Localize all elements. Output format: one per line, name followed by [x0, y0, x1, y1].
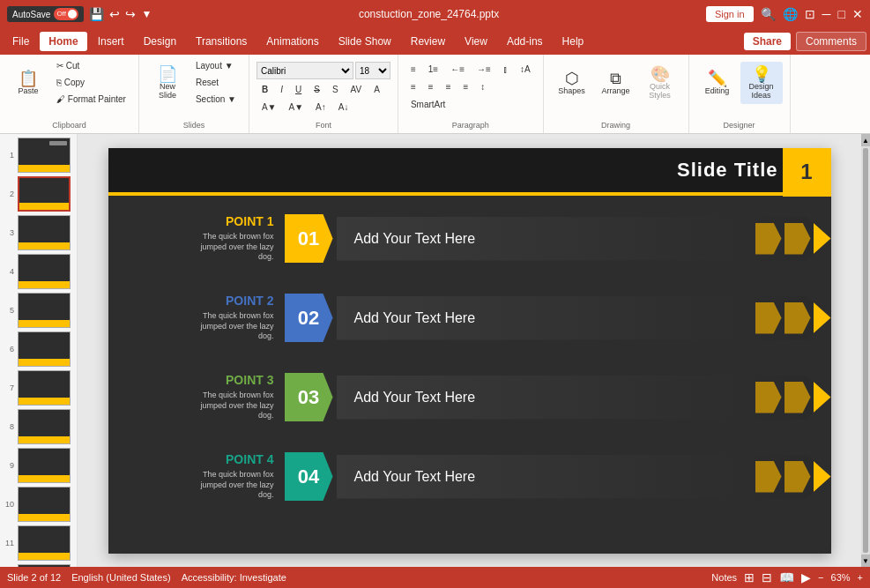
indent-dec-button[interactable]: ←≡ [445, 62, 470, 77]
font-family-select[interactable]: Calibri [257, 62, 353, 79]
slide-thumb-6[interactable]: 6 [4, 331, 73, 367]
point-title-3: POINT 3 [119, 373, 274, 387]
font-row1: Calibri 18 [257, 62, 390, 79]
bullet-list-button[interactable]: ≡ [405, 62, 421, 77]
layout-button[interactable]: Layout ▼ [190, 58, 242, 73]
slide-thumb-10[interactable]: 10 [4, 487, 73, 522]
menu-review[interactable]: Review [402, 32, 454, 51]
slides-group: 📄 New Slide Layout ▼ Reset Section ▼ Sli… [139, 55, 249, 133]
bold-button[interactable]: B [257, 82, 273, 97]
scroll-up-arrow[interactable]: ▲ [861, 134, 870, 146]
editing-button[interactable]: ✏️ Editing [696, 66, 739, 100]
menu-help[interactable]: Help [554, 32, 593, 51]
format-painter-button[interactable]: 🖌 Format Painter [51, 92, 131, 107]
comments-button[interactable]: Comments [796, 32, 866, 51]
customize-icon[interactable]: ▼ [141, 8, 152, 20]
minimize-icon[interactable]: ─ [822, 7, 831, 21]
menu-design[interactable]: Design [135, 32, 185, 51]
restore-icon[interactable]: ⊡ [805, 7, 815, 21]
zoom-in-icon[interactable]: + [858, 572, 863, 583]
autosave-button[interactable]: AutoSave Off [7, 6, 84, 22]
align-left-button[interactable]: ≡ [405, 79, 421, 94]
slide-thumb-5[interactable]: 5 [4, 293, 73, 328]
shapes-label: Shapes [558, 86, 585, 95]
strikethrough-button[interactable]: S [309, 82, 325, 97]
align-center-button[interactable]: ≡ [423, 79, 439, 94]
menu-insert[interactable]: Insert [89, 32, 133, 51]
line-spacing-button[interactable]: ↕ [475, 79, 490, 94]
close-icon[interactable]: ✕ [852, 7, 863, 21]
font-size-up-button[interactable]: A↑ [310, 100, 331, 115]
font-size-down-button[interactable]: A↓ [333, 100, 354, 115]
autosave-toggle[interactable]: Off [54, 8, 78, 20]
shadow-button[interactable]: S [327, 82, 344, 97]
font-row3: A▼ A▼ A↑ A↓ [257, 100, 390, 115]
cut-button[interactable]: ✂ Cut [51, 58, 131, 73]
section-button[interactable]: Section ▼ [190, 92, 242, 107]
menu-home[interactable]: Home [40, 32, 86, 51]
zoom-out-icon[interactable]: − [818, 572, 823, 583]
slide-thumb-8[interactable]: 8 [4, 409, 73, 444]
share-button[interactable]: Share [744, 33, 791, 50]
designer-label: Designer [696, 119, 783, 130]
paste-button[interactable]: 📋 Paste [7, 66, 49, 100]
font-color-button[interactable]: A▼ [257, 100, 282, 115]
slide-num-5: 5 [4, 306, 14, 315]
reading-view-icon[interactable]: 📖 [779, 570, 794, 584]
text-direction-button[interactable]: ↕A [515, 62, 536, 77]
quick-styles-button[interactable]: 🎨 Quick Styles [639, 62, 681, 104]
slide-num-2: 2 [4, 190, 14, 198]
save-icon[interactable]: 💾 [89, 7, 104, 21]
search-icon[interactable]: 🔍 [761, 7, 776, 21]
slide-thumb-3[interactable]: 3 [4, 215, 73, 250]
point-left-3: POINT 3 The quick brown foxjumped over t… [108, 366, 285, 428]
new-slide-button[interactable]: 📄 New Slide [146, 62, 189, 104]
columns-button[interactable]: ⫿ [498, 62, 513, 77]
numbered-list-button[interactable]: 1≡ [423, 62, 443, 77]
design-ideas-button[interactable]: 💡 Design Ideas [740, 62, 783, 104]
globe-icon[interactable]: 🌐 [783, 7, 798, 21]
arrange-button[interactable]: ⧉ Arrange [595, 66, 637, 100]
char-spacing-button[interactable]: AV [346, 82, 368, 97]
slide-thumb-11[interactable]: 11 [4, 525, 73, 561]
italic-button[interactable]: I [275, 82, 288, 97]
slide-img-1 [18, 138, 71, 173]
maximize-icon[interactable]: □ [838, 7, 845, 21]
arrow-dim-2 [755, 302, 782, 334]
shapes-button[interactable]: ⬡ Shapes [551, 66, 593, 100]
menu-view[interactable]: View [456, 32, 496, 51]
menu-addins[interactable]: Add-ins [498, 32, 552, 51]
menu-slideshow[interactable]: Slide Show [330, 32, 400, 51]
slide-thumb-2[interactable]: 2 [4, 176, 73, 212]
slide-thumb-7[interactable]: 7 [4, 370, 73, 406]
slide-thumb-1[interactable]: 1 [4, 138, 73, 173]
slide-thumb-12[interactable]: 12 [4, 564, 73, 567]
slide-thumb-4[interactable]: 4 [4, 254, 73, 289]
normal-view-icon[interactable]: ⊞ [744, 570, 755, 584]
smart-art-button[interactable]: SmartArt [405, 97, 450, 112]
slideshow-icon[interactable]: ▶ [801, 570, 811, 584]
justify-button[interactable]: ≡ [457, 79, 473, 94]
menu-file[interactable]: File [4, 32, 38, 51]
scroll-thumb[interactable] [863, 148, 868, 553]
reset-button[interactable]: Reset [190, 75, 242, 90]
font-size-select[interactable]: 18 [355, 62, 390, 79]
menu-animations[interactable]: Animations [257, 32, 327, 51]
sign-in-button[interactable]: Sign in [706, 6, 754, 22]
undo-icon[interactable]: ↩ [109, 7, 120, 21]
copy-button[interactable]: ⎘ Copy [51, 75, 131, 90]
clear-format-button[interactable]: A [368, 82, 385, 97]
notes-button[interactable]: Notes [711, 572, 737, 583]
slide-thumb-9[interactable]: 9 [4, 448, 73, 483]
indent-inc-button[interactable]: →≡ [472, 62, 496, 77]
editing-label: Editing [705, 86, 730, 95]
highlight-button[interactable]: A▼ [284, 100, 309, 115]
status-bar: Slide 2 of 12 English (United States) Ac… [0, 567, 870, 588]
scroll-down-arrow[interactable]: ▼ [861, 555, 870, 567]
menu-transitions[interactable]: Transitions [187, 32, 256, 51]
slide-sorter-icon[interactable]: ⊟ [762, 570, 772, 584]
redo-icon[interactable]: ↪ [125, 7, 136, 21]
shapes-icon: ⬡ [565, 71, 579, 86]
underline-button[interactable]: U [290, 82, 307, 97]
align-right-button[interactable]: ≡ [441, 79, 457, 94]
